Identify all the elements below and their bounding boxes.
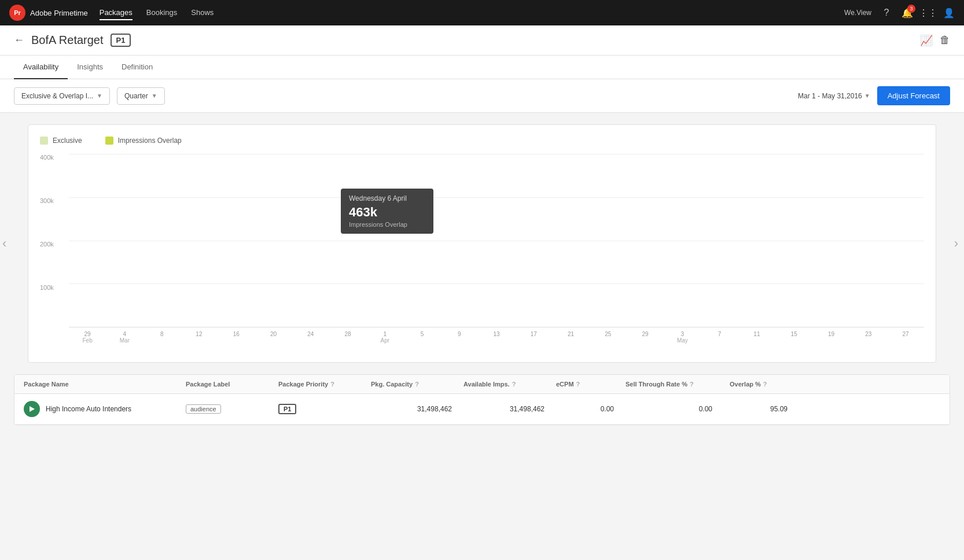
filters-right: Mar 1 - May 31,2016 ▼ Adjust Forecast	[798, 86, 950, 105]
chevron-down-icon: ▼	[97, 93, 102, 99]
apps-grid-icon[interactable]: ⋮⋮	[922, 7, 934, 19]
nav-left: Pr Adobe Primetime Packages Bookings Sho…	[9, 5, 214, 21]
sell-through-cell: 0.00	[626, 405, 730, 413]
nav-links: Packages Bookings Shows	[100, 6, 214, 20]
tab-insights[interactable]: Insights	[68, 56, 112, 79]
package-name-cell: High Income Auto Intenders	[24, 401, 186, 417]
we-view-label: We.View	[844, 9, 871, 17]
chart-icon[interactable]: 📈	[920, 34, 933, 47]
page-title: BofA Retarget	[31, 34, 104, 47]
package-label-badge: audience	[186, 404, 221, 414]
x-axis-label: 13	[478, 331, 515, 337]
col-ecpm: eCPM ?	[556, 381, 626, 388]
tab-definition[interactable]: Definition	[112, 56, 162, 79]
col-overlap: Overlap % ?	[730, 381, 799, 388]
help-overlap-icon[interactable]: ?	[763, 381, 767, 388]
x-axis-label: 21	[552, 331, 589, 337]
row-play-button[interactable]	[24, 401, 40, 417]
x-axis-label: 17	[515, 331, 552, 337]
back-button[interactable]: ←	[14, 34, 24, 46]
chart-prev-arrow[interactable]: ‹	[2, 236, 6, 251]
nav-link-packages[interactable]: Packages	[100, 6, 133, 20]
chevron-down-icon: ▼	[864, 93, 870, 99]
nav-link-shows[interactable]: Shows	[191, 6, 214, 20]
logo-icon: Pr	[9, 5, 25, 21]
x-axis-label: 15	[775, 331, 812, 337]
package-priority-cell: P1	[278, 405, 371, 413]
priority-badge: P1	[111, 34, 131, 47]
x-axis-label: 7	[701, 331, 738, 337]
help-priority-icon[interactable]: ?	[330, 381, 334, 388]
x-axis-label: 12	[181, 331, 218, 337]
user-avatar-icon[interactable]: 👤	[943, 7, 955, 19]
page-header: ← BofA Retarget P1 📈 🗑	[0, 25, 964, 56]
exclusive-color-dot	[40, 137, 48, 145]
help-capacity-icon[interactable]: ?	[415, 381, 419, 388]
col-available-imps: Available Imps. ?	[463, 381, 556, 388]
col-package-priority: Package Priority ?	[278, 381, 371, 388]
header-left: ← BofA Retarget P1	[14, 34, 131, 47]
help-ecpm-icon[interactable]: ?	[576, 381, 580, 388]
priority-value-badge: P1	[278, 404, 296, 414]
filter-period-dropdown[interactable]: Quarter ▼	[117, 87, 165, 105]
filters-left: Exclusive & Overlap I... ▼ Quarter ▼	[14, 87, 165, 105]
chart-container: 400k 300k 200k 100k Wednes	[40, 154, 924, 351]
table-header: Package Name Package Label Package Prior…	[14, 375, 950, 394]
x-axis-label: 8	[144, 331, 181, 337]
tab-availability[interactable]: Availability	[14, 56, 68, 79]
help-icon[interactable]: ?	[881, 7, 892, 19]
x-axis-label: 16	[218, 331, 255, 337]
x-axis-label: 29	[627, 331, 664, 337]
date-range-picker[interactable]: Mar 1 - May 31,2016 ▼	[798, 92, 870, 100]
x-axis-label: 20	[255, 331, 292, 337]
table-row: High Income Auto Intenders audience P1 3…	[14, 394, 950, 425]
top-navigation: Pr Adobe Primetime Packages Bookings Sho…	[0, 0, 964, 25]
chart-bars-area: Wednesday 6 April 463k Impressions Overl…	[69, 154, 924, 327]
overlap-value: 95.09	[770, 405, 788, 413]
notifications-icon[interactable]: 🔔 3	[902, 7, 913, 19]
x-axis-label: 9	[441, 331, 478, 337]
legend-exclusive: Exclusive	[40, 137, 82, 145]
capacity-value: 31,498,462	[417, 405, 452, 413]
overlap-cell: 95.09	[730, 405, 799, 413]
chevron-down-icon: ▼	[152, 93, 157, 99]
chart-section: Exclusive Impressions Overlap 400k 300k …	[28, 124, 936, 363]
notification-badge: 3	[907, 5, 915, 13]
chart-bars	[69, 154, 924, 327]
ecpm-value: 0.00	[601, 405, 614, 413]
sell-through-value: 0.00	[699, 405, 712, 413]
package-capacity-cell: 31,498,462	[371, 405, 463, 413]
filter-type-dropdown[interactable]: Exclusive & Overlap I... ▼	[14, 87, 110, 105]
x-axis-label: 11	[738, 331, 775, 337]
x-axis-label: 19	[812, 331, 849, 337]
x-axis-label: 5	[403, 331, 440, 337]
chart-legend: Exclusive Impressions Overlap	[40, 137, 924, 145]
x-axis-label: 25	[590, 331, 627, 337]
chart-y-axis: 400k 300k 200k 100k	[40, 154, 66, 327]
legend-overlap: Impressions Overlap	[105, 137, 182, 145]
x-axis-label: 1Apr	[366, 331, 403, 344]
col-sell-through: Sell Through Rate % ?	[626, 381, 730, 388]
col-package-label: Package Label	[186, 381, 278, 388]
table-section: Package Name Package Label Package Prior…	[14, 374, 950, 425]
app-logo: Pr Adobe Primetime	[9, 5, 88, 21]
svg-marker-0	[30, 406, 35, 412]
nav-link-bookings[interactable]: Bookings	[146, 6, 177, 20]
col-pkg-capacity: Pkg. Capacity ?	[371, 381, 463, 388]
chart-next-arrow[interactable]: ›	[954, 236, 958, 251]
x-axis-label: 23	[850, 331, 887, 337]
header-right: 📈 🗑	[920, 34, 950, 47]
package-label-cell: audience	[186, 405, 278, 413]
available-imps-cell: 31,498,462	[463, 405, 556, 413]
brand-name: Adobe Primetime	[30, 9, 88, 17]
delete-icon[interactable]: 🗑	[940, 34, 950, 47]
adjust-forecast-button[interactable]: Adjust Forecast	[877, 86, 950, 105]
available-value: 31,498,462	[510, 405, 544, 413]
x-axis-label: 24	[292, 331, 329, 337]
help-available-icon[interactable]: ?	[512, 381, 516, 388]
x-axis-label: 28	[329, 331, 366, 337]
help-sell-through-icon[interactable]: ?	[690, 381, 694, 388]
x-axis-label: 27	[887, 331, 924, 337]
ecpm-cell: 0.00	[556, 405, 626, 413]
col-package-name: Package Name	[24, 381, 186, 388]
